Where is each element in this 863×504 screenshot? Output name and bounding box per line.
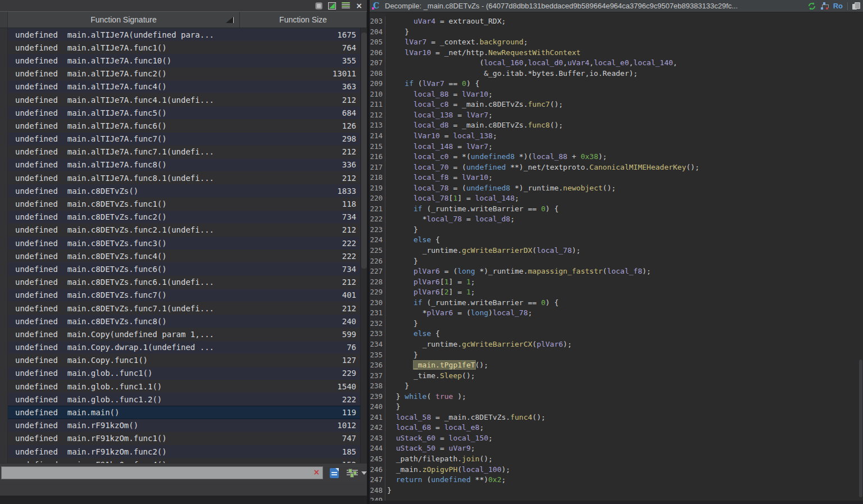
code-line[interactable]: 241 local_58 = _main.c8DETvZs.func4(); [370,412,863,423]
code-line[interactable]: 239 } while( true ); [370,392,863,402]
code-line[interactable]: 228 plVar6[1] = 1; [370,277,863,288]
table-row[interactable]: undefined _main.glob..func1.1()1540 [0,380,360,393]
table-row[interactable]: undefined _main.alTIJe7A.func7()298 [0,133,360,146]
code-line[interactable]: 234 _runtime.gcWriteBarrierCX(plVar6); [370,339,863,350]
code-line[interactable]: 244 uStack_50 = uVar9; [370,443,863,454]
table-row[interactable]: undefined _main.alTIJe7A.func8()336 [0,158,360,171]
code-line[interactable]: 247 return (undefined **)0x2; [370,475,863,485]
table-row[interactable]: undefined _main.glob..func1()229 [0,367,360,380]
table-row[interactable]: undefined _main.c8DETvZs()1833 [0,184,360,197]
code-line[interactable]: 217 local_70 = (undefined **)_net/textpr… [370,162,863,173]
code-line[interactable]: 215 local_148 = lVar7; [370,142,863,152]
code-line[interactable]: 222 *local_78 = local_d8; [370,214,863,225]
code-line[interactable]: 209 if (lVar7 == 0) { [370,79,863,89]
snapshot-icon[interactable] [315,2,323,10]
code-line[interactable]: 235 } [370,350,863,361]
table-row[interactable]: undefined _main.c8DETvZs.func7()401 [0,289,360,302]
code-line[interactable]: 212 local_138 = lVar7; [370,110,863,121]
code-line[interactable]: 214 lVar10 = local_138; [370,131,863,142]
code-line[interactable]: 207 (local_160,local_d0,uVar4,local_e0,l… [370,58,863,69]
code-line[interactable]: 245 _path/filepath.join(); [370,454,863,465]
refresh-icon[interactable] [807,2,816,11]
code-line[interactable]: 227 plVar6 = (long *)_runtime.mapassign_… [370,266,863,277]
table-row[interactable]: undefined _main.Copy(undefined param_1,.… [0,328,360,340]
table-row[interactable]: undefined _main.alTIJe7A(undefined para.… [0,28,360,41]
table-row[interactable]: undefined _main.alTIJe7A.func10()355 [0,54,360,67]
code-line[interactable]: 205 lVar7 = _context.background; [370,37,863,48]
table-row[interactable]: undefined _main.c8DETvZs.func6.1(undefi.… [0,276,360,289]
table-row[interactable]: undefined _main.alTIJe7A.func1()764 [0,41,360,54]
table-row[interactable]: undefined _main.c8DETvZs.func8()240 [0,315,360,328]
code-line[interactable]: 213 local_d8 = _main.c8DETvZs.func8(); [370,120,863,131]
code-line[interactable]: 248} [370,485,863,496]
code-line[interactable]: 231 *plVar6 = (long)local_78; [370,308,863,319]
ro-button[interactable]: Ro [833,2,843,10]
table-row[interactable]: undefined _main.glob..func1.2()222 [0,393,360,406]
column-header-function-size[interactable]: Function Size [240,12,367,28]
code-line[interactable]: 236 _main.tPgp1feT(); [370,360,863,371]
table-row[interactable]: undefined _main.alTIJe7A.func4()363 [0,80,360,93]
table-row[interactable]: undefined _main.c8DETvZs.func6()734 [0,262,360,275]
code-line[interactable]: 240 } [370,402,863,412]
code-line[interactable]: 203 uVar4 = extraout_RDX; [370,16,863,27]
code-line[interactable]: 218 local_f8 = lVar10; [370,172,863,183]
code-line[interactable]: 246 _main.zOpigvPH(local_100); [370,465,863,475]
code-line[interactable]: 216 local_c0 = *(undefined8 *)(local_88 … [370,152,863,162]
table-row[interactable]: undefined _main.rF91kzOm.func2()185 [0,445,360,458]
table-row[interactable]: undefined _main.rF91kzOm()1012 [0,419,360,432]
table-row[interactable]: undefined _main.c8DETvZs.func2()734 [0,211,360,224]
filter-dropdown-caret-icon[interactable] [361,471,367,475]
table-row[interactable]: undefined _main.alTIJe7A.func5()684 [0,106,360,119]
table-row[interactable]: undefined _main.c8DETvZs.func1()118 [0,197,360,210]
code-line[interactable]: 206 lVar10 = _net/http.NewRequestWithCon… [370,48,863,58]
clear-filter-icon[interactable]: × [313,467,320,476]
table-row[interactable]: undefined _main.main()119 [0,406,360,419]
filter-input[interactable] [1,466,323,479]
function-graph-icon[interactable] [821,2,829,10]
table-row[interactable]: undefined _main.rF91kzOm.func4()152 [0,458,360,463]
code-line[interactable]: 221 if (_runtime.writeBarrier == 0) { [370,204,863,215]
code-line[interactable]: 211 local_c8 = _main.c8DETvZs.func7(); [370,99,863,110]
code-line[interactable]: 232 } [370,319,863,329]
code-line[interactable]: 229 plVar6[2] = 1; [370,287,863,298]
table-scrollbar[interactable] [360,28,367,463]
code-line[interactable]: 219 local_78 = (undefined8 *)_runtime.ne… [370,183,863,194]
table-row[interactable]: undefined _main.alTIJe7A.func6()126 [0,119,360,132]
copy-icon[interactable] [852,2,860,10]
decompiler-scrollbar-thumb[interactable] [859,360,862,497]
table-row[interactable]: undefined _main.alTIJe7A.func7.1(undefi.… [0,146,360,158]
code-line[interactable]: 243 uStack_60 = local_150; [370,433,863,444]
code-line[interactable]: 220 local_78[1] = local_148; [370,193,863,204]
code-line[interactable]: 237 _time.Sleep(); [370,371,863,382]
table-row[interactable]: undefined _main.Copy.func1()127 [0,354,360,367]
table-scrollbar-thumb[interactable] [361,33,367,269]
table-row[interactable]: undefined _main.rF91kzOm.func1()747 [0,432,360,445]
code-line[interactable]: 223 } [370,225,863,235]
code-line[interactable]: 226 } [370,256,863,267]
code-line[interactable]: 208 &_go.itab.*bytes.Buffer,io.Reader); [370,69,863,79]
code-line[interactable]: 238 } [370,381,863,392]
decompiled-code-area[interactable]: 203 uVar4 = extraout_RDX;204 }205 lVar7 … [370,12,863,504]
code-line[interactable]: 233 else { [370,329,863,339]
table-row[interactable]: undefined _main.alTIJe7A.func2()13011 [0,67,360,80]
table-row[interactable]: undefined _main.Copy.dwrap.1(undefined .… [0,341,360,354]
table-row[interactable]: undefined _main.c8DETvZs.func4()222 [0,249,360,262]
list-icon[interactable] [342,2,350,10]
code-line[interactable]: 230 if (_runtime.writeBarrier == 0) { [370,298,863,308]
column-filter-icon[interactable] [330,468,339,478]
code-line[interactable]: 242 local_68 = local_e8; [370,423,863,433]
column-header-function-signature[interactable]: Function Signature [8,12,240,28]
table-row[interactable]: undefined _main.c8DETvZs.func2.1(undefi.… [0,224,360,237]
code-line[interactable]: 204 } [370,27,863,38]
table-row[interactable]: undefined _main.c8DETvZs.func7.1(undefi.… [0,302,360,315]
highlighted-token[interactable]: _main.tPgp1feT [414,361,475,369]
table-row[interactable]: undefined _main.alTIJe7A.func8.1(undefi.… [0,171,360,184]
import-icon[interactable] [328,2,336,10]
close-icon[interactable]: × [356,2,362,10]
table-row[interactable]: undefined _main.c8DETvZs.func3()222 [0,237,360,249]
code-line[interactable]: 210 local_88 = lVar10; [370,89,863,100]
code-line[interactable]: 224 else { [370,235,863,246]
table-row[interactable]: undefined _main.alTIJe7A.func4.1(undefi.… [0,93,360,106]
code-line[interactable]: 225 _runtime.gcWriteBarrierDX(local_78); [370,246,863,256]
filter-options-icon[interactable] [347,469,358,478]
